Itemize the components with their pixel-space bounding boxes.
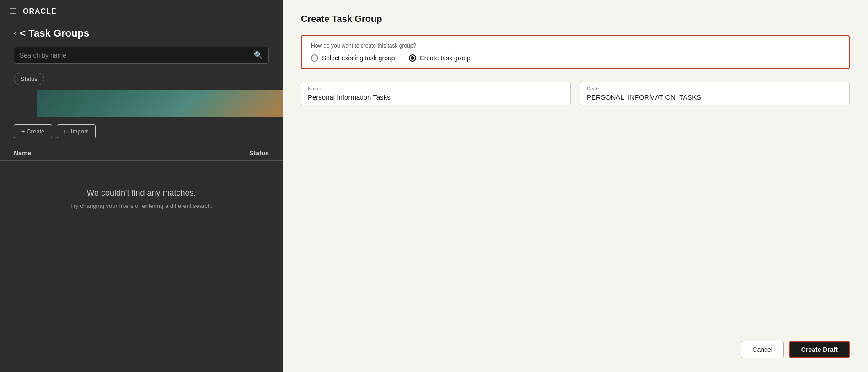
code-field-group: Code PERSONAL_INFORMATION_TASKS <box>580 82 850 105</box>
radio-select-existing[interactable]: Select existing task group <box>311 54 395 62</box>
top-bar: ☰ ORACLE <box>0 0 283 23</box>
name-field-value: Personal Information Tasks <box>308 93 564 101</box>
radio-create-new[interactable]: Create task group <box>409 54 471 62</box>
actions-row: + Create □ Import <box>0 117 283 146</box>
search-bar[interactable]: 🔍 <box>14 47 269 64</box>
hamburger-icon[interactable]: ☰ <box>9 6 16 16</box>
empty-title: We couldn't find any matches. <box>86 188 196 198</box>
method-question: How do you want to create this task grou… <box>311 43 840 49</box>
radio-create-new-circle[interactable] <box>409 54 416 62</box>
create-draft-button[interactable]: Create Draft <box>789 341 850 358</box>
spacer <box>301 114 850 334</box>
image-strip <box>37 90 283 117</box>
radio-create-new-label: Create task group <box>420 54 471 62</box>
import-button[interactable]: □ Import <box>57 124 96 138</box>
filter-bar: Status <box>0 68 283 90</box>
code-field-label: Code <box>587 86 843 91</box>
cancel-button[interactable]: Cancel <box>741 341 784 358</box>
panel-title: Create Task Group <box>301 14 850 24</box>
radio-group: Select existing task group Create task g… <box>311 54 840 62</box>
search-input[interactable] <box>20 52 250 59</box>
left-panel: ☰ ORACLE ‹ < Task Groups 🔍 Status + Crea… <box>0 0 283 372</box>
name-field-label: Name <box>308 86 564 91</box>
back-nav[interactable]: ‹ < Task Groups <box>14 27 269 39</box>
table-header: Name Status <box>0 146 283 161</box>
page-title: < Task Groups <box>20 27 89 39</box>
back-arrow-icon: ‹ <box>14 29 16 37</box>
code-field-value: PERSONAL_INFORMATION_TASKS <box>587 93 843 101</box>
import-icon: □ <box>64 128 68 135</box>
page-header: ‹ < Task Groups <box>0 23 283 47</box>
import-label: Import <box>71 128 88 135</box>
name-field-group: Name Personal Information Tasks <box>301 82 571 105</box>
empty-subtitle: Try changing your filters or entering a … <box>70 202 212 209</box>
empty-state: We couldn't find any matches. Try changi… <box>0 161 283 237</box>
search-icon: 🔍 <box>254 51 263 59</box>
oracle-logo: ORACLE <box>23 7 57 16</box>
radio-select-existing-circle[interactable] <box>311 54 318 62</box>
bottom-actions: Cancel Create Draft <box>301 334 850 358</box>
col-name-header: Name <box>14 149 223 157</box>
col-status-header: Status <box>223 149 269 157</box>
right-panel: Create Task Group How do you want to cre… <box>283 0 868 372</box>
creation-method-box: How do you want to create this task grou… <box>301 35 850 69</box>
create-button[interactable]: + Create <box>14 124 52 138</box>
form-fields: Name Personal Information Tasks Code PER… <box>301 82 850 105</box>
status-filter-button[interactable]: Status <box>14 73 44 85</box>
radio-select-existing-label: Select existing task group <box>322 54 395 62</box>
